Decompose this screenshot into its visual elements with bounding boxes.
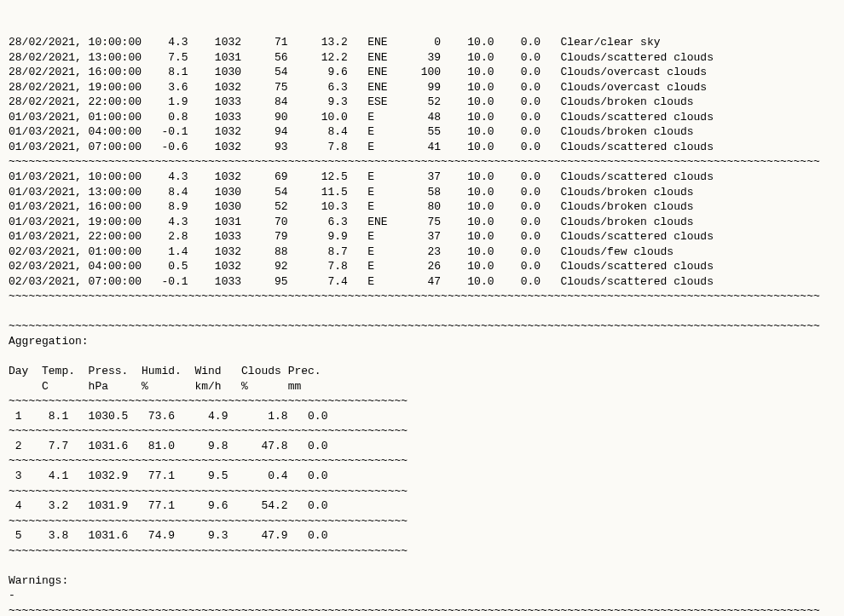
weather-report: 28/02/2021, 10:00:00 4.3 1032 71 13.2 EN… — [9, 35, 835, 616]
